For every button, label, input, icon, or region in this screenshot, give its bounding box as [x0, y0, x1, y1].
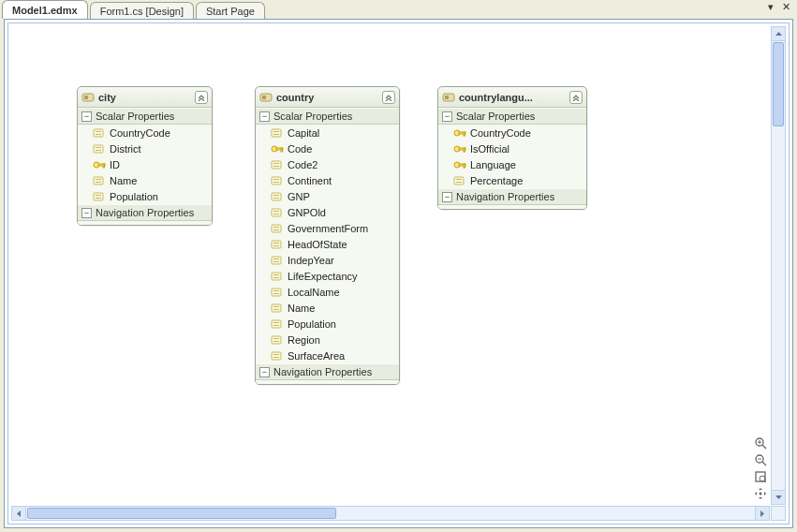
- svg-rect-16: [96, 198, 101, 199]
- scroll-thumb[interactable]: [27, 508, 336, 519]
- section-scalar-header[interactable]: − Scalar Properties: [78, 108, 212, 125]
- entity-collapse-button[interactable]: [195, 91, 208, 104]
- zoom-fit-icon[interactable]: [753, 469, 768, 484]
- scalar-property-icon: [271, 239, 284, 250]
- property-row[interactable]: Capital: [256, 125, 399, 140]
- minus-icon[interactable]: −: [81, 208, 92, 218]
- tab-form[interactable]: Form1.cs [Design]: [90, 2, 194, 19]
- property-label: CountryCode: [110, 127, 170, 139]
- property-row[interactable]: IndepYear: [256, 252, 399, 268]
- tab-start[interactable]: Start Page: [196, 2, 265, 19]
- svg-rect-51: [273, 293, 279, 294]
- section-scalar-header[interactable]: − Scalar Properties: [256, 108, 399, 125]
- zoom-out-icon[interactable]: [753, 452, 768, 467]
- scalar-property-icon: [271, 255, 284, 266]
- scroll-left-arrow-icon[interactable]: [12, 507, 26, 520]
- svg-rect-46: [272, 273, 281, 280]
- horizontal-scrollbar[interactable]: [11, 506, 770, 521]
- property-row[interactable]: Percentage: [438, 172, 586, 188]
- svg-rect-32: [273, 195, 279, 196]
- svg-rect-19: [272, 129, 281, 137]
- property-row[interactable]: CountryCode: [78, 125, 212, 140]
- property-row[interactable]: LifeExpectancy: [256, 268, 399, 284]
- minus-icon[interactable]: −: [442, 111, 452, 122]
- property-row[interactable]: HeadOfState: [256, 236, 399, 252]
- window-close-icon[interactable]: ✕: [781, 2, 791, 12]
- zoom-in-icon[interactable]: [753, 436, 768, 451]
- scroll-down-arrow-icon[interactable]: [772, 490, 785, 504]
- svg-rect-18: [262, 96, 266, 99]
- entity-header[interactable]: city: [78, 87, 212, 108]
- property-row[interactable]: Continent: [256, 172, 399, 188]
- key-icon: [453, 143, 466, 155]
- section-nav-header[interactable]: − Navigation Properties: [256, 363, 399, 380]
- scalar-property-icon: [271, 350, 284, 362]
- svg-rect-55: [272, 320, 281, 328]
- section-label: Scalar Properties: [273, 111, 352, 122]
- entity-collapse-button[interactable]: [382, 91, 395, 104]
- tab-model[interactable]: Model1.edmx: [2, 0, 88, 19]
- window-dropdown-icon[interactable]: ▾: [765, 2, 775, 12]
- property-row[interactable]: CountryCode: [438, 125, 586, 140]
- property-row[interactable]: SurfaceArea: [256, 347, 399, 363]
- property-row[interactable]: District: [78, 140, 212, 156]
- scalar-property-icon: [93, 143, 106, 155]
- property-label: Language: [470, 159, 516, 170]
- window: Model1.edmx Form1.cs [Design] Start Page…: [0, 0, 797, 532]
- property-row[interactable]: GNP: [256, 188, 399, 204]
- property-label: SurfaceArea: [288, 350, 345, 362]
- canvas-wrap: city − Scalar Properties CountryCodeDist…: [7, 22, 790, 525]
- minus-icon[interactable]: −: [442, 192, 452, 202]
- minus-icon[interactable]: −: [81, 111, 92, 122]
- svg-rect-43: [272, 257, 281, 264]
- property-row[interactable]: ID: [78, 156, 212, 172]
- svg-rect-61: [272, 352, 281, 360]
- property-row[interactable]: Name: [78, 172, 212, 188]
- property-row[interactable]: Population: [78, 188, 212, 204]
- minus-icon[interactable]: −: [259, 111, 270, 122]
- entity-header[interactable]: countrylangu...: [438, 87, 586, 108]
- svg-line-87: [764, 480, 766, 482]
- section-scalar-header[interactable]: − Scalar Properties: [438, 108, 586, 125]
- property-row[interactable]: GovernmentForm: [256, 220, 399, 236]
- svg-rect-5: [94, 145, 103, 153]
- minus-icon[interactable]: −: [259, 367, 270, 377]
- property-row[interactable]: Code: [256, 140, 399, 156]
- property-row[interactable]: LocalName: [256, 284, 399, 300]
- svg-rect-42: [273, 245, 279, 246]
- property-row[interactable]: Code2: [256, 156, 399, 172]
- property-row[interactable]: GNPOld: [256, 204, 399, 220]
- svg-rect-44: [273, 259, 279, 259]
- property-row[interactable]: Region: [256, 332, 399, 347]
- svg-rect-68: [464, 132, 465, 136]
- property-label: Code: [288, 143, 312, 155]
- scroll-up-arrow-icon[interactable]: [772, 27, 785, 41]
- section-scalar-body: CountryCodeIsOfficialLanguagePercentage: [438, 125, 586, 188]
- entity-country[interactable]: country − Scalar Properties CapitalCodeC…: [255, 86, 400, 385]
- property-row[interactable]: Language: [438, 156, 586, 172]
- property-label: Continent: [288, 175, 332, 186]
- property-row[interactable]: Name: [256, 300, 399, 316]
- svg-rect-75: [454, 177, 464, 185]
- section-nav-header[interactable]: − Navigation Properties: [78, 204, 212, 221]
- property-label: GovernmentForm: [288, 223, 368, 234]
- entity-icon: [442, 91, 455, 104]
- svg-rect-36: [273, 214, 279, 214]
- property-row[interactable]: Population: [256, 316, 399, 332]
- scalar-property-icon: [271, 334, 284, 346]
- property-row[interactable]: IsOfficial: [438, 140, 586, 156]
- entity-collapse-button[interactable]: [569, 91, 583, 104]
- scalar-property-icon: [271, 318, 284, 330]
- designer-canvas[interactable]: city − Scalar Properties CountryCodeDist…: [11, 26, 770, 505]
- vertical-scrollbar[interactable]: [771, 26, 786, 505]
- section-scalar-body: CapitalCodeCode2ContinentGNPGNPOldGovern…: [256, 125, 399, 363]
- scroll-thumb[interactable]: [773, 42, 784, 126]
- section-nav-header[interactable]: − Navigation Properties: [438, 188, 586, 205]
- entity-city[interactable]: city − Scalar Properties CountryCodeDist…: [77, 86, 213, 226]
- pan-icon[interactable]: [753, 486, 768, 501]
- svg-rect-60: [273, 341, 279, 342]
- entity-header[interactable]: country: [256, 87, 399, 108]
- svg-rect-65: [445, 96, 449, 99]
- scroll-right-arrow-icon[interactable]: [755, 507, 769, 520]
- entity-countrylanguage[interactable]: countrylangu... − Scalar Properties Coun…: [437, 86, 587, 210]
